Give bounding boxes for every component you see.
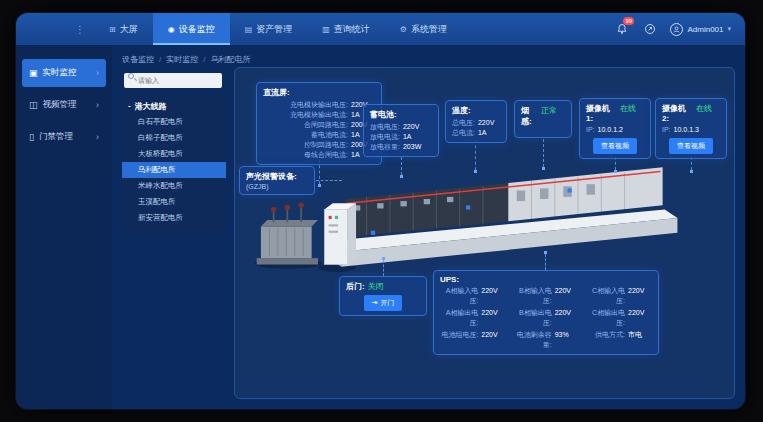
- panel-title: 直流屏:: [263, 87, 375, 98]
- field-value: 220V: [555, 308, 579, 328]
- app-window: ⋮ ⊞ 大屏 ◉ 设备监控 ▤ 资产管理 ▥ 查询统计 ⚙ 系统管理: [16, 13, 745, 409]
- status-badge: 关闭: [368, 281, 392, 292]
- nav-item-device-monitor[interactable]: ◉ 设备监控: [153, 13, 230, 45]
- nav-label: 资产管理: [256, 23, 292, 36]
- stats-icon: ▥: [322, 25, 330, 34]
- chevron-down-icon: ▾: [727, 25, 731, 33]
- field-label: A相输出电压:: [440, 308, 478, 328]
- nav-label: 查询统计: [334, 23, 370, 36]
- field-label: 控制回路电压:: [263, 140, 348, 150]
- connector-line: [543, 139, 544, 167]
- fullscreen-glyph: [644, 23, 656, 35]
- field-value: 1A: [403, 132, 427, 142]
- avatar: [670, 23, 683, 36]
- button-label: 开门: [380, 298, 394, 308]
- field-value: 220V: [481, 286, 505, 306]
- nav-label: 大屏: [120, 23, 138, 36]
- monitor-icon: ◉: [168, 25, 175, 34]
- search-icon: [128, 73, 134, 79]
- breadcrumb-item[interactable]: 乌利配电所: [210, 54, 250, 65]
- field-value: 220V: [555, 286, 579, 306]
- tree-item-station-selected[interactable]: 乌利配电所: [122, 162, 226, 178]
- field-label: C相输出电压:: [587, 308, 625, 328]
- field-label: B相输入电压:: [513, 286, 551, 306]
- field-label: 供电方式:: [587, 330, 625, 350]
- status-badge: 在线: [620, 103, 644, 123]
- tree-root-node[interactable]: - 港大线路: [122, 99, 226, 114]
- tree-item-station[interactable]: 新安营配电所: [122, 210, 226, 226]
- nav-item-system[interactable]: ⚙ 系统管理: [385, 13, 462, 45]
- tree-item-station[interactable]: 玉溪配电所: [122, 194, 226, 210]
- field-value: 1A: [478, 128, 502, 138]
- camera-ip: 10.0.1.3: [674, 125, 699, 135]
- breadcrumb-separator: /: [159, 55, 161, 64]
- nav-label: 系统管理: [411, 23, 447, 36]
- field-label: IP:: [662, 125, 671, 135]
- asset-icon: ▤: [245, 25, 253, 34]
- connector-line: [401, 157, 402, 175]
- panel-title: 后门:: [346, 281, 365, 292]
- field-label: C相输入电压:: [587, 286, 625, 306]
- field-label: 总电流:: [452, 128, 475, 138]
- field-value: 220V: [628, 308, 652, 328]
- nav-item-query-stats[interactable]: ▥ 查询统计: [307, 13, 385, 45]
- tree-item-station[interactable]: 米峰水配电所: [122, 178, 226, 194]
- ups-panel: UPS: A相输入电压:220V B相输入电压:220V C相输入电压:220V…: [433, 270, 659, 355]
- view-video-button[interactable]: 查看视频: [593, 138, 637, 154]
- username: Admin001: [687, 25, 723, 34]
- header-right: 99 Admin001 ▾: [614, 13, 745, 45]
- field-label: IP:: [586, 125, 595, 135]
- sidebar-item-access-control[interactable]: ▯ 门禁管理 ›: [22, 123, 106, 151]
- search-input[interactable]: [124, 73, 222, 88]
- field-label: 放电容量:: [370, 142, 400, 152]
- tree-root-label: 港大线路: [135, 101, 167, 112]
- field-label: 放电电流:: [370, 132, 400, 142]
- open-door-icon: ⇥: [372, 299, 378, 307]
- breadcrumb-item[interactable]: 实时监控: [166, 54, 198, 65]
- field-value: 220V: [628, 286, 652, 306]
- user-menu[interactable]: Admin001 ▾: [670, 23, 731, 36]
- view-video-button[interactable]: 查看视频: [669, 138, 713, 154]
- fullscreen-icon[interactable]: [642, 21, 658, 37]
- camera1-panel: 摄像机1: 在线 IP:10.0.1.2 查看视频: [579, 98, 651, 159]
- chevron-right-icon: ›: [96, 68, 99, 78]
- nav-label: 设备监控: [179, 23, 215, 36]
- tree-item-station[interactable]: 白棉子配电所: [122, 130, 226, 146]
- logo-zone: ⋮: [16, 13, 94, 45]
- nav-item-dashboard[interactable]: ⊞ 大屏: [94, 13, 153, 45]
- tree-item-station[interactable]: 白石亭配电所: [122, 114, 226, 130]
- camera2-panel: 摄像机2: 在线 IP:10.0.1.3 查看视频: [655, 98, 727, 159]
- nav-item-assets[interactable]: ▤ 资产管理: [230, 13, 308, 45]
- field-value: 市电: [628, 330, 652, 350]
- sidebar-item-video-management[interactable]: ◫ 视频管理 ›: [22, 91, 106, 119]
- field-label: 电池剩余容量:: [513, 330, 551, 350]
- main-nav: ⊞ 大屏 ◉ 设备监控 ▤ 资产管理 ▥ 查询统计 ⚙ 系统管理: [94, 13, 462, 45]
- sidebar-label: 视频管理: [43, 99, 77, 111]
- sidebar-label: 门禁管理: [39, 131, 73, 143]
- door-access-icon: ▯: [29, 132, 34, 142]
- field-label: B相输出电压:: [513, 308, 551, 328]
- tree-item-station[interactable]: 大板桥配电所: [122, 146, 226, 162]
- video-icon: ◫: [29, 100, 38, 110]
- station-tree-panel: - 港大线路 白石亭配电所 白棉子配电所 大板桥配电所 乌利配电所 米峰水配电所…: [122, 67, 226, 399]
- sidebar-item-realtime-monitor[interactable]: ▣ 实时监控 ›: [22, 59, 106, 87]
- notification-bell-icon[interactable]: 99: [614, 21, 630, 37]
- open-door-button[interactable]: ⇥ 开门: [364, 295, 403, 311]
- field-label: A相输入电压:: [440, 286, 478, 306]
- panel-title: 烟感:: [521, 105, 538, 127]
- field-value: 93%: [555, 330, 579, 350]
- menu-dots-icon[interactable]: ⋮: [75, 24, 86, 35]
- station-overview-canvas: 直流屏: 充电模块输出电压:220V 充电模块输出电流:1A 合闸回路电压:20…: [234, 67, 735, 399]
- field-label: 电池组电压:: [440, 330, 478, 350]
- camera-ip: 10.0.1.2: [598, 125, 623, 135]
- panel-title: 摄像机2:: [662, 103, 693, 123]
- collapse-icon: -: [128, 101, 131, 112]
- field-value: 220V: [481, 308, 505, 328]
- battery-panel: 蓄电池: 放电电压:220V 放电电流:1A 放电容量:203W: [363, 104, 439, 157]
- panel-title: UPS:: [440, 275, 652, 284]
- top-nav-bar: ⋮ ⊞ 大屏 ◉ 设备监控 ▤ 资产管理 ▥ 查询统计 ⚙ 系统管理: [16, 13, 745, 45]
- field-label: 合闸回路电压:: [263, 120, 348, 130]
- sidebar: ▣ 实时监控 › ◫ 视频管理 › ▯ 门禁管理 ›: [16, 45, 112, 409]
- chevron-right-icon: ›: [96, 100, 99, 110]
- breadcrumb-item[interactable]: 设备监控: [122, 54, 154, 65]
